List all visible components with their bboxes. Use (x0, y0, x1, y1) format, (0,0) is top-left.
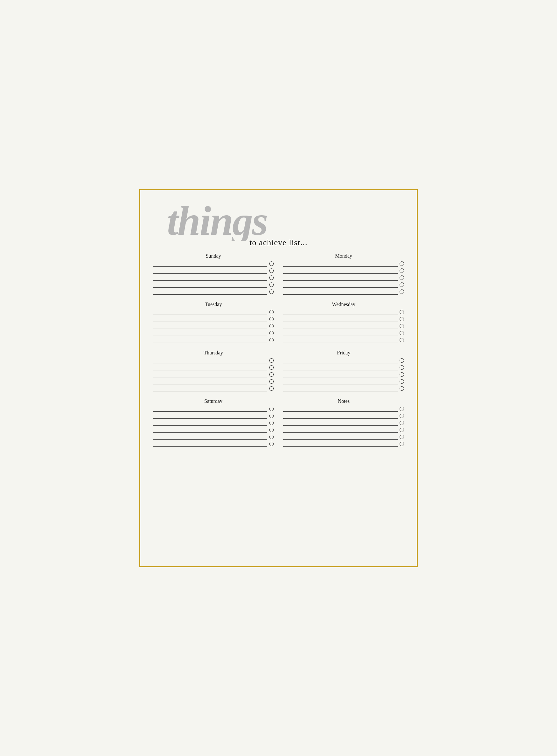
task-row[interactable] (153, 268, 274, 274)
task-row[interactable] (283, 427, 404, 433)
task-circle[interactable] (400, 338, 404, 342)
task-line (153, 406, 267, 412)
task-row[interactable] (153, 420, 274, 426)
task-circle[interactable] (400, 442, 404, 446)
task-line (283, 316, 398, 322)
task-circle[interactable] (269, 282, 274, 287)
day-label-thursday: Thursday (153, 350, 274, 356)
task-circle[interactable] (269, 317, 274, 321)
task-circle[interactable] (400, 421, 404, 425)
task-circle[interactable] (400, 324, 404, 328)
task-circle[interactable] (269, 379, 274, 384)
task-circle[interactable] (269, 365, 274, 370)
task-circle[interactable] (269, 310, 274, 314)
task-row[interactable] (283, 358, 404, 364)
task-row[interactable] (283, 330, 404, 336)
task-circle[interactable] (269, 407, 274, 411)
task-line (283, 365, 398, 370)
task-circle[interactable] (400, 317, 404, 321)
task-circle[interactable] (269, 435, 274, 439)
task-circle[interactable] (269, 428, 274, 432)
task-row[interactable] (153, 386, 274, 391)
task-circle[interactable] (400, 289, 404, 294)
task-row[interactable] (283, 365, 404, 370)
task-line (283, 282, 398, 288)
task-circle[interactable] (269, 276, 274, 280)
task-circle[interactable] (269, 289, 274, 294)
task-row[interactable] (153, 316, 274, 322)
task-row[interactable] (153, 406, 274, 412)
task-line (153, 358, 267, 364)
task-row[interactable] (283, 441, 404, 447)
task-row[interactable] (153, 372, 274, 377)
task-circle[interactable] (400, 282, 404, 287)
task-row[interactable] (283, 289, 404, 294)
task-row[interactable] (283, 268, 404, 274)
task-row[interactable] (283, 413, 404, 419)
task-row[interactable] (283, 323, 404, 329)
task-row[interactable] (153, 434, 274, 440)
task-row[interactable] (153, 261, 274, 266)
task-line (153, 275, 267, 281)
task-row[interactable] (153, 413, 274, 419)
task-row[interactable] (153, 282, 274, 288)
task-circle[interactable] (400, 407, 404, 411)
task-line (283, 427, 398, 433)
task-row[interactable] (153, 358, 274, 364)
task-line (153, 261, 267, 266)
task-row[interactable] (283, 386, 404, 391)
task-circle[interactable] (400, 435, 404, 439)
task-circle[interactable] (269, 358, 274, 363)
task-row[interactable] (283, 275, 404, 281)
task-row[interactable] (153, 330, 274, 336)
task-line (283, 406, 398, 412)
task-line (153, 441, 267, 447)
task-circle[interactable] (269, 261, 274, 266)
task-row[interactable] (283, 316, 404, 322)
task-circle[interactable] (400, 331, 404, 335)
task-row[interactable] (283, 337, 404, 343)
task-circle[interactable] (269, 324, 274, 328)
task-line (283, 309, 398, 315)
task-row[interactable] (153, 365, 274, 370)
task-row[interactable] (283, 434, 404, 440)
task-circle[interactable] (400, 310, 404, 314)
task-circle[interactable] (400, 358, 404, 363)
task-circle[interactable] (269, 338, 274, 342)
task-circle[interactable] (269, 414, 274, 418)
task-circle[interactable] (269, 331, 274, 335)
task-circle[interactable] (269, 386, 274, 391)
task-row[interactable] (153, 323, 274, 329)
task-row[interactable] (153, 275, 274, 281)
task-line (153, 268, 267, 274)
task-row[interactable] (153, 337, 274, 343)
task-circle[interactable] (400, 372, 404, 377)
task-row[interactable] (153, 441, 274, 447)
task-row[interactable] (153, 309, 274, 315)
task-row[interactable] (153, 427, 274, 433)
task-circle[interactable] (400, 276, 404, 280)
task-row[interactable] (283, 372, 404, 377)
task-row[interactable] (283, 261, 404, 266)
task-circle[interactable] (400, 414, 404, 418)
task-row[interactable] (283, 420, 404, 426)
task-row[interactable] (283, 379, 404, 384)
task-row[interactable] (283, 406, 404, 412)
task-circle[interactable] (269, 421, 274, 425)
task-line (283, 337, 398, 343)
task-circle[interactable] (269, 442, 274, 446)
task-line (283, 275, 398, 281)
task-row[interactable] (283, 282, 404, 288)
task-circle[interactable] (400, 269, 404, 273)
task-circle[interactable] (400, 365, 404, 370)
task-circle[interactable] (269, 269, 274, 273)
task-circle[interactable] (400, 428, 404, 432)
task-circle[interactable] (400, 379, 404, 384)
task-line (153, 365, 267, 370)
task-row[interactable] (153, 379, 274, 384)
task-circle[interactable] (269, 372, 274, 377)
task-row[interactable] (283, 309, 404, 315)
task-circle[interactable] (400, 386, 404, 391)
task-circle[interactable] (400, 261, 404, 266)
task-row[interactable] (153, 289, 274, 294)
